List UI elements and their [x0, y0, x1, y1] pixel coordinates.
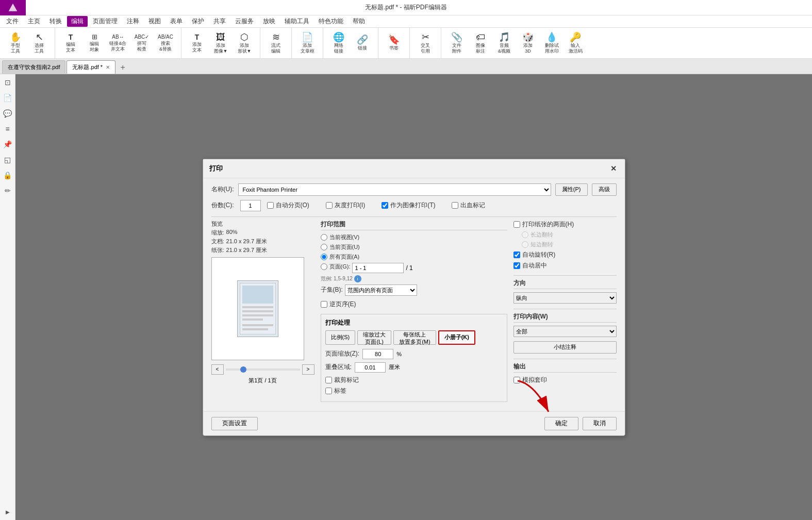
copies-label: 份数(C): [211, 201, 234, 210]
simulate-overprint-checkbox[interactable] [513, 377, 520, 383]
properties-button[interactable]: 属性(P) [555, 183, 588, 196]
sidebar-btn-6[interactable]: ◱ [2, 154, 14, 166]
ok-button[interactable]: 确定 [544, 417, 578, 430]
attachment-button[interactable]: 📎 文件附件 [445, 30, 468, 57]
multiple-pages-button[interactable]: 每张纸上放置多页(M) [393, 330, 436, 345]
menu-special[interactable]: 特色功能 [314, 16, 347, 27]
short-edge-option[interactable]: 短边翻转 [522, 241, 617, 248]
add-shape-button[interactable]: ⬡ 添加形状▼ [233, 30, 256, 57]
overlap-input[interactable] [355, 362, 386, 373]
menu-cloud[interactable]: 云服务 [231, 16, 258, 27]
subset-select[interactable]: 范围内的所有页面 [345, 284, 417, 296]
all-pages-radio[interactable] [321, 254, 327, 260]
bleed-mark-checkbox[interactable] [452, 202, 458, 209]
auto-rotate-checkbox[interactable] [513, 251, 520, 258]
audio-video-button[interactable]: 🎵 音频&视频 [493, 30, 516, 57]
remove-watermark-button[interactable]: 💧 删除试用水印 [540, 30, 563, 57]
auto-center-checkbox[interactable] [513, 262, 520, 269]
print-processing-section: 打印处理 比例(S) 缩放过大页面(L) 每张纸上放置多页(M) [321, 314, 507, 402]
current-view-radio[interactable] [321, 234, 327, 241]
next-page-button[interactable]: > [302, 364, 314, 375]
long-edge-option[interactable]: 长边翻转 [522, 231, 617, 239]
add-article-button[interactable]: 📄 添加文章框 [296, 30, 319, 57]
menu-convert[interactable]: 转换 [45, 16, 66, 27]
menu-share[interactable]: 共享 [209, 16, 230, 27]
booklet-button[interactable]: 小册子(K) [438, 330, 475, 345]
summary-notes-button[interactable]: 小结注释 [513, 341, 617, 354]
activation-button[interactable]: 🔑 输入激活码 [564, 30, 587, 57]
printer-select[interactable]: Foxit Phantom Printer [238, 183, 551, 196]
menu-protect[interactable]: 保护 [188, 16, 208, 27]
tab-untitled[interactable]: 无标题.pdf * ✕ [67, 60, 115, 74]
menu-pages[interactable]: 页面管理 [89, 16, 122, 27]
select-tool-button[interactable]: ↖ 选择工具 [28, 30, 51, 57]
menu-help[interactable]: 帮助 [349, 16, 369, 27]
shrink-oversized-button[interactable]: 缩放过大页面(L) [357, 330, 391, 345]
toolbar-group-text: T 编辑文本 ⊞ 编辑对象 AB↔ 链接&合并文本 ABC✓ 拼写检查 AB/A… [59, 28, 181, 58]
page-setup-button[interactable]: 页面设置 [211, 417, 258, 430]
copies-input[interactable] [240, 200, 261, 211]
flow-edit-button[interactable]: ≋ 流式编辑 [264, 30, 287, 57]
cancel-button[interactable]: 取消 [583, 417, 617, 430]
image-print-checkbox[interactable] [382, 202, 388, 209]
page-slider[interactable] [226, 368, 300, 371]
sidebar-btn-1[interactable]: ⊡ [2, 76, 14, 89]
current-view-option[interactable]: 当前视图(V) [321, 233, 507, 241]
sidebar-toggle[interactable]: ▶ [2, 506, 14, 518]
scale-button[interactable]: 比例(S) [325, 330, 356, 345]
sidebar-btn-2[interactable]: 📄 [2, 92, 14, 104]
page-range-input[interactable] [352, 263, 404, 273]
image-label-button[interactable]: 🏷 图像标注 [469, 30, 492, 57]
menu-home[interactable]: 主页 [24, 16, 44, 27]
add-3d-button[interactable]: 🎲 添加3D [517, 30, 539, 57]
menu-view[interactable]: 视图 [144, 16, 165, 27]
sidebar-btn-4[interactable]: ≡ [2, 123, 14, 135]
menu-annotate[interactable]: 注释 [123, 16, 143, 27]
image-print-label: 作为图像打印(T) [382, 201, 435, 210]
spell-check-button[interactable]: ABC✓ 拼写检查 [130, 30, 153, 57]
direction-select[interactable]: 纵向 横向 [513, 292, 617, 304]
two-sided-checkbox[interactable] [513, 221, 520, 228]
bookmark-button[interactable]: 🔖 书签 [383, 30, 405, 57]
add-image-button[interactable]: 🖼 添加图像▼ [209, 30, 232, 57]
dialog-close-button[interactable]: ✕ [608, 163, 619, 174]
tab-diet-guide[interactable]: 在遵守饮食指南2.pdf [2, 60, 65, 74]
tags-checkbox[interactable] [325, 388, 332, 394]
sidebar-btn-8[interactable]: ✏ [2, 184, 14, 197]
tab-close-button[interactable]: ✕ [106, 64, 110, 70]
all-pages-option[interactable]: 所有页面(A) [321, 253, 507, 261]
sidebar-btn-7[interactable]: 🔒 [2, 169, 14, 181]
link-button[interactable]: 🔗 链接 [351, 30, 374, 57]
current-page-option[interactable]: 当前页面(U) [321, 243, 507, 251]
reverse-pages-checkbox[interactable] [321, 301, 327, 308]
edit-object-button[interactable]: ⊞ 编辑对象 [83, 30, 106, 57]
merge-text-button[interactable]: AB↔ 链接&合并文本 [107, 30, 129, 57]
cross-ref-button[interactable]: ✂ 交叉引用 [414, 30, 437, 57]
tab-add-button[interactable]: + [117, 61, 129, 74]
page-range-radio[interactable] [321, 263, 327, 270]
add-text-button[interactable]: T 添加文本 [186, 30, 208, 57]
search-replace-button[interactable]: AB/AC 搜索&替换 [154, 30, 177, 57]
edit-text-button[interactable]: T 编辑文本 [59, 30, 82, 57]
menu-edit[interactable]: 编辑 [67, 16, 88, 27]
menu-present[interactable]: 放映 [259, 16, 279, 27]
page-range-option[interactable]: 页面(G): [321, 263, 351, 271]
scale-input[interactable] [362, 349, 393, 359]
web-link-button[interactable]: 🌐 网络链接 [327, 30, 350, 57]
auto-collate-checkbox[interactable] [267, 202, 274, 209]
prev-page-button[interactable]: < [211, 364, 224, 375]
sidebar-btn-3[interactable]: 💬 [2, 107, 14, 120]
hand-tool-button[interactable]: ✋ 手型工具 [4, 30, 27, 57]
range-info-icon[interactable]: i [354, 275, 361, 282]
grayscale-checkbox[interactable] [326, 202, 333, 209]
short-edge-radio[interactable] [522, 241, 528, 248]
menu-file[interactable]: 文件 [2, 16, 23, 27]
advanced-button[interactable]: 高级 [592, 183, 617, 196]
menu-assist[interactable]: 辅助工具 [280, 16, 313, 27]
sidebar-btn-5[interactable]: 📌 [2, 138, 14, 150]
current-page-radio[interactable] [321, 244, 327, 250]
menu-form[interactable]: 表单 [166, 16, 187, 27]
crop-marks-checkbox[interactable] [325, 377, 332, 383]
long-edge-radio[interactable] [522, 231, 528, 238]
print-content-select[interactable]: 全部 文本 注释 [513, 326, 617, 337]
